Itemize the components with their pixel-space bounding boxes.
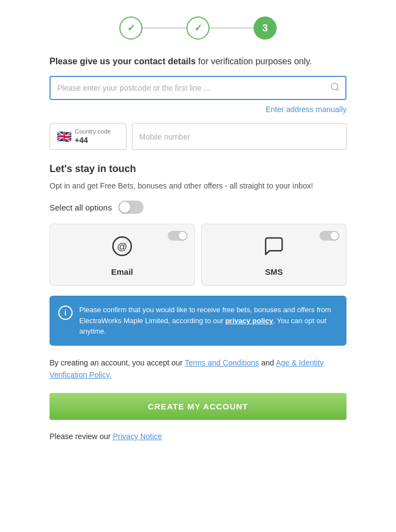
info-box: i Please confirm that you would like to … bbox=[50, 296, 346, 346]
info-text: Please confirm that you would like to re… bbox=[79, 304, 338, 337]
country-code-info: Country code +44 bbox=[75, 128, 111, 145]
stay-touch-heading: Let's stay in touch bbox=[50, 163, 346, 175]
email-label: Email bbox=[111, 267, 133, 276]
email-icon: @ bbox=[111, 235, 133, 262]
privacy-notice-text: Please review our Privacy Notice bbox=[50, 432, 346, 441]
email-toggle[interactable] bbox=[168, 231, 188, 241]
stay-touch-description: Opt in and get Free Bets, bonuses and ot… bbox=[50, 180, 346, 192]
enter-manually-link[interactable]: Enter address manually bbox=[266, 105, 346, 114]
enter-manually-wrapper: Enter address manually bbox=[50, 104, 346, 114]
step-2-circle: ✓ bbox=[186, 16, 210, 40]
sms-toggle[interactable] bbox=[320, 231, 339, 241]
step-2-check-icon: ✓ bbox=[194, 22, 202, 34]
info-icon: i bbox=[58, 306, 73, 320]
step-line-1 bbox=[142, 27, 186, 29]
step-line-2 bbox=[210, 27, 254, 29]
step-3-number: 3 bbox=[262, 23, 268, 34]
sms-label: SMS bbox=[265, 267, 283, 276]
uk-flag-icon: 🇬🇧 bbox=[57, 131, 72, 143]
sms-option-card[interactable]: SMS bbox=[201, 224, 346, 286]
sms-icon bbox=[263, 235, 285, 262]
svg-line-1 bbox=[337, 88, 338, 90]
privacy-notice-link[interactable]: Privacy Notice bbox=[113, 432, 162, 441]
step-1-circle: ✓ bbox=[119, 16, 142, 40]
mobile-number-input[interactable] bbox=[132, 123, 346, 150]
sms-toggle-knob bbox=[331, 232, 338, 240]
email-toggle-knob bbox=[179, 232, 186, 240]
terms-conditions-link[interactable]: Terms and Conditions bbox=[185, 358, 259, 367]
svg-text:@: @ bbox=[117, 241, 128, 252]
postcode-field-wrapper bbox=[50, 76, 346, 100]
stepper: ✓ ✓ 3 bbox=[50, 16, 346, 40]
search-icon bbox=[330, 82, 340, 94]
select-all-row: Select all options bbox=[50, 201, 346, 214]
country-code-selector[interactable]: 🇬🇧 Country code +44 bbox=[50, 123, 127, 150]
communication-options: @ Email SMS bbox=[50, 224, 346, 286]
select-all-toggle[interactable] bbox=[118, 201, 144, 214]
select-all-label: Select all options bbox=[50, 203, 112, 212]
privacy-policy-link[interactable]: privacy policy bbox=[226, 317, 273, 325]
contact-heading: Please give us your contact details for … bbox=[50, 55, 346, 68]
terms-text: By creating an account, you accept our T… bbox=[50, 357, 346, 381]
postcode-input[interactable] bbox=[50, 76, 346, 100]
toggle-knob bbox=[119, 202, 130, 213]
step-1-check-icon: ✓ bbox=[127, 22, 135, 34]
step-3-circle: 3 bbox=[254, 16, 277, 40]
phone-row: 🇬🇧 Country code +44 bbox=[50, 123, 346, 150]
email-option-card[interactable]: @ Email bbox=[50, 224, 195, 286]
create-account-button[interactable]: CREATE MY ACCOUNT bbox=[50, 393, 346, 420]
